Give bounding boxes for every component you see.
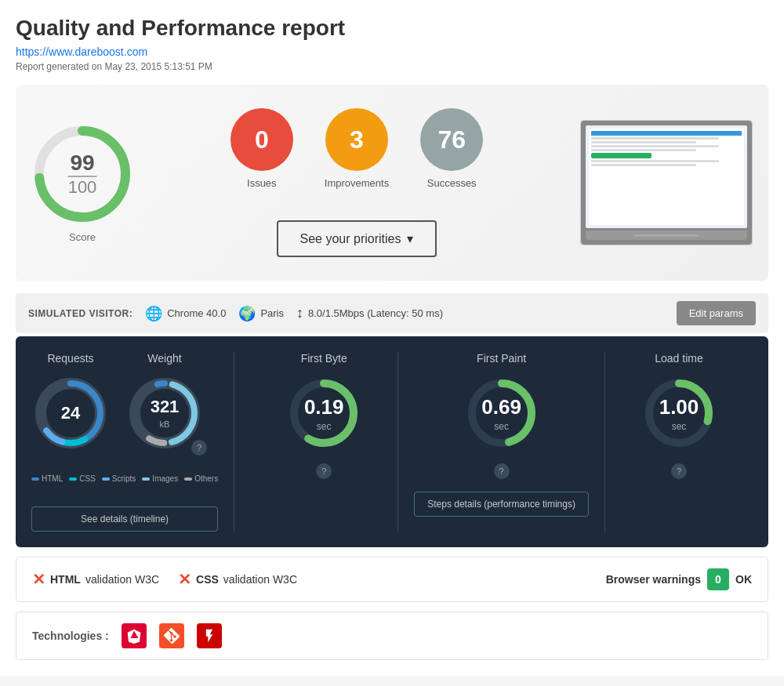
page-url-link[interactable]: https://www.dareboost.com: [16, 45, 768, 58]
stats-grid: Requests 24: [31, 352, 753, 532]
css-validation-suffix: validation W3C: [223, 573, 297, 586]
load-time-ring: 1.00 sec: [640, 374, 718, 452]
weight-donut: 321 kB ?: [125, 374, 204, 452]
successes-label: Successes: [427, 177, 477, 189]
requests-title: Requests: [47, 352, 93, 365]
legend-html-label: HTML: [42, 474, 63, 483]
location-name: Paris: [260, 307, 284, 319]
weight-count: 321: [151, 397, 180, 417]
first-byte-inner: 0.19 sec: [304, 395, 344, 432]
load-time-value: 1.00: [659, 395, 699, 419]
location-icon: 🌍: [238, 305, 256, 322]
first-byte-unit: sec: [317, 421, 332, 432]
legend-scripts-label: Scripts: [112, 474, 136, 483]
first-paint-inner: 0.69 sec: [481, 395, 521, 432]
successes-badge: 76: [420, 108, 483, 171]
first-byte-title: First Byte: [301, 352, 347, 365]
first-byte-value: 0.19: [304, 395, 344, 419]
html-validation: ✕ HTML validation W3C: [32, 570, 159, 589]
stats-left-top: Requests 24: [31, 352, 218, 452]
requests-inner: 24: [61, 403, 80, 423]
css-validation: ✕ CSS validation W3C: [178, 570, 297, 589]
legend-html-dot: [31, 477, 39, 481]
browser-warnings-badge: 0: [707, 568, 729, 590]
issues-badge: 0: [230, 108, 293, 171]
html-x-icon: ✕: [32, 570, 45, 589]
score-numerator: 99: [68, 152, 97, 174]
timings-button[interactable]: Steps details (performance timings): [414, 492, 589, 517]
bandwidth-icon: ↕: [296, 305, 303, 321]
chart-legend: HTML CSS Scripts Images: [31, 474, 218, 483]
validation-bar: ✕ HTML validation W3C ✕ CSS validation W…: [16, 557, 768, 602]
report-date: Report generated on May 23, 2015 5:13:51…: [16, 61, 768, 72]
score-label: Score: [69, 231, 96, 243]
bandwidth-value: 8.0/1.5Mbps (Latency: 50 ms): [308, 307, 443, 319]
visitor-bandwidth: ↕ 8.0/1.5Mbps (Latency: 50 ms): [296, 305, 443, 321]
website-screenshot: [580, 120, 753, 245]
metrics-section: 0 Issues 3 Improvements 76 Successes See…: [230, 108, 483, 257]
stats-left: Requests 24: [31, 352, 234, 532]
weight-inner: 321 kB: [151, 397, 180, 430]
browser-name: Chrome 40.0: [167, 307, 226, 319]
first-paint-help-icon[interactable]: ?: [494, 463, 510, 479]
technologies-label: Technologies :: [32, 630, 109, 642]
visitor-browser: 🌐 Chrome 40.0: [145, 305, 226, 322]
load-time-title: Load time: [655, 352, 702, 365]
score-section: 99 100 Score: [31, 123, 133, 243]
css-validation-label: CSS: [196, 573, 219, 586]
browser-warnings-section: Browser warnings 0 OK: [606, 568, 752, 590]
angular-icon: [122, 623, 147, 648]
git-icon: [159, 623, 184, 648]
legend-scripts-dot: [102, 477, 110, 481]
load-time-help-icon[interactable]: ?: [671, 463, 687, 479]
html-validation-label: HTML: [50, 573, 81, 586]
chevron-down-icon: ▾: [407, 231, 413, 246]
legend-css-dot: [69, 477, 77, 481]
first-byte-help-icon[interactable]: ?: [316, 463, 332, 479]
html-validation-suffix: validation W3C: [85, 573, 159, 586]
browser-icon: 🌐: [145, 305, 162, 322]
legend-images-dot: [142, 477, 150, 481]
first-paint-block: First Paint 0.69 sec ? Steps details (pe…: [397, 352, 605, 532]
page-title: Quality and Performance report: [16, 16, 768, 41]
timeline-button[interactable]: See details (timeline): [31, 506, 218, 532]
visitor-bar: SIMULATED VISITOR: 🌐 Chrome 40.0 🌍 Paris…: [16, 293, 768, 333]
css-x-icon: ✕: [178, 570, 191, 589]
successes-metric: 76 Successes: [420, 108, 483, 189]
first-paint-value: 0.69: [481, 395, 521, 419]
browser-warnings-ok: OK: [735, 573, 752, 586]
legend-images-label: Images: [152, 474, 178, 483]
legend-others-dot: [184, 477, 192, 481]
stats-right: First Byte 0.19 sec ?: [234, 352, 753, 532]
first-paint-ring: 0.69 sec: [463, 374, 541, 452]
score-ring: 99 100: [31, 123, 133, 225]
visitor-location: 🌍 Paris: [238, 305, 284, 322]
priorities-btn-label: See your priorities: [300, 232, 401, 246]
legend-others-label: Others: [194, 474, 218, 483]
priorities-button[interactable]: See your priorities ▾: [277, 220, 437, 257]
weight-help-icon[interactable]: ?: [191, 440, 207, 456]
weight-block: Weight 321 kB: [125, 352, 204, 452]
flash-icon: [197, 623, 222, 648]
summary-card: 99 100 Score 0 Issues 3 Improvements 76: [16, 85, 768, 281]
load-time-unit: sec: [672, 421, 687, 432]
requests-donut: 24: [31, 374, 110, 452]
screenshot-section: [580, 120, 753, 245]
first-byte-ring: 0.19 sec: [285, 374, 363, 452]
browser-warnings-label: Browser warnings: [606, 573, 701, 586]
legend-images: Images: [142, 474, 178, 483]
first-byte-block: First Byte 0.19 sec ?: [250, 352, 397, 532]
improvements-metric: 3 Improvements: [325, 108, 389, 189]
legend-others: Others: [184, 474, 218, 483]
issues-metric: 0 Issues: [230, 108, 293, 189]
technologies-bar: Technologies :: [16, 612, 768, 660]
legend-scripts: Scripts: [102, 474, 136, 483]
weight-unit: kB: [160, 419, 170, 429]
visitor-bar-label: SIMULATED VISITOR:: [28, 308, 132, 319]
edit-params-button[interactable]: Edit params: [677, 301, 756, 325]
stats-panel: Requests 24: [16, 336, 768, 547]
first-paint-title: First Paint: [477, 352, 526, 365]
first-paint-unit: sec: [494, 421, 509, 432]
score-text: 99 100: [68, 152, 97, 196]
improvements-badge: 3: [325, 108, 388, 171]
